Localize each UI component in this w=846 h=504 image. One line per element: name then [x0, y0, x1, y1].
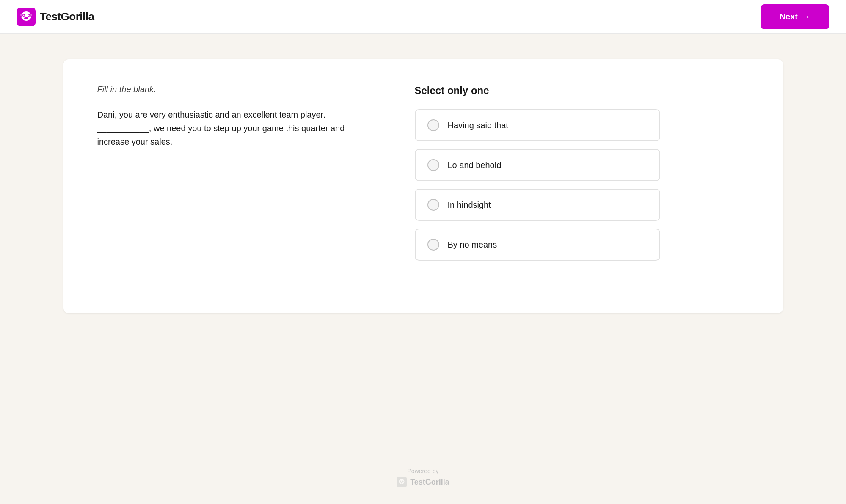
next-button[interactable]: Next → — [761, 4, 829, 29]
svg-point-14 — [402, 480, 404, 482]
svg-point-4 — [23, 14, 25, 16]
powered-by-text: Powered by — [408, 468, 439, 474]
main-content: Fill in the blank. Dani, you are very en… — [0, 34, 846, 455]
select-label: Select only one — [415, 85, 677, 96]
option-lo-and-behold[interactable]: Lo and behold — [415, 149, 660, 181]
footer-logo: TestGorilla — [397, 477, 449, 487]
arrow-right-icon: → — [802, 12, 810, 22]
footer-brand-text: TestGorilla — [410, 478, 449, 487]
svg-point-13 — [400, 480, 401, 482]
question-card: Fill in the blank. Dani, you are very en… — [63, 59, 783, 313]
option-in-hindsight[interactable]: In hindsight — [415, 189, 660, 221]
svg-point-15 — [401, 482, 403, 484]
svg-point-10 — [30, 14, 32, 16]
options-list: Having said that Lo and behold In hindsi… — [415, 109, 677, 261]
option-by-no-means[interactable]: By no means — [415, 229, 660, 261]
radio-by-no-means[interactable] — [427, 239, 439, 251]
radio-having-said-that[interactable] — [427, 119, 439, 131]
option-label-lo-and-behold: Lo and behold — [448, 160, 502, 170]
option-label-by-no-means: By no means — [448, 240, 497, 250]
option-having-said-that[interactable]: Having said that — [415, 109, 660, 141]
svg-point-9 — [20, 14, 22, 16]
question-right: Select only one Having said that Lo and … — [415, 85, 677, 288]
next-button-label: Next — [780, 12, 798, 22]
option-label-in-hindsight: In hindsight — [448, 200, 491, 210]
radio-in-hindsight[interactable] — [427, 199, 439, 211]
question-instruction: Fill in the blank. — [97, 85, 372, 94]
header: TestGorilla Next → — [0, 0, 846, 34]
footer: Powered by TestGorilla — [0, 455, 846, 504]
radio-lo-and-behold[interactable] — [427, 159, 439, 171]
logo-icon — [17, 8, 36, 26]
svg-point-5 — [28, 14, 30, 16]
question-left: Fill in the blank. Dani, you are very en… — [97, 85, 372, 288]
svg-point-6 — [24, 17, 28, 19]
logo-text: TestGorilla — [40, 10, 94, 23]
option-label-having-said-that: Having said that — [448, 121, 508, 130]
question-text: Dani, you are very enthusiastic and an e… — [97, 108, 372, 149]
logo: TestGorilla — [17, 8, 94, 26]
footer-logo-icon — [397, 477, 407, 487]
